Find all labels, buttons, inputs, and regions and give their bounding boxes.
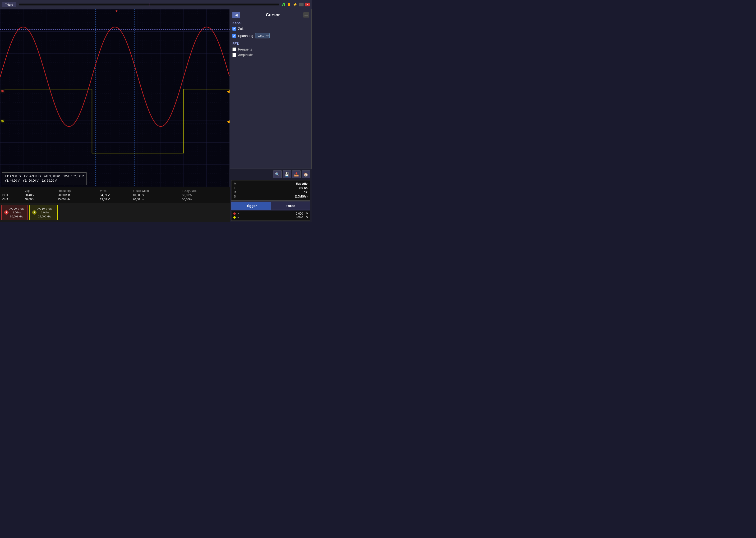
col-freq: Frequency [58, 189, 100, 193]
zeit-checkbox[interactable] [232, 27, 236, 30]
d-val: 1k [304, 190, 307, 194]
trigger-button[interactable]: Trigger [231, 201, 271, 210]
ch1-number: 1 [4, 210, 9, 215]
top-bar: Trig'd A ⏸ ⚡ — ✕ [0, 0, 312, 9]
ch1-info: AC 20 V /div 1.0divs 50,001 kHz [10, 207, 24, 219]
tv-ch1-val: 0,000 mV [296, 212, 308, 215]
home-icon-button[interactable]: 🏠 [302, 170, 310, 178]
ch1-indicator: ① [0, 89, 5, 93]
col-vrms: Vrms [100, 189, 133, 193]
ch2-number: 2 [32, 210, 36, 215]
frequenz-checkbox[interactable] [232, 47, 236, 51]
progress-bar [19, 4, 279, 5]
cursor-dy: ΔY: 99,20 V [42, 179, 57, 182]
cursor-x2: X2: -4,900 us [24, 175, 41, 178]
t-val: 0.0 ns [299, 186, 307, 190]
fft-label: FFT: [232, 42, 309, 45]
export-icon-button[interactable]: 📤 [292, 170, 301, 178]
cursor-title: Cursor [243, 13, 303, 18]
fft-section: FFT: Frequenz Amplitude [232, 42, 309, 57]
m-val: 5us /div [296, 182, 307, 186]
m-row: M 5us /div [234, 182, 307, 186]
scope-area: ▼ ① ② ◀ ◀ X1: 4,900 us X2: -4,900 us ΔX:… [0, 9, 230, 222]
tv-ch2-row: ↗ 400,0 mV [233, 216, 308, 219]
frequenz-label: Frequenz [238, 47, 252, 51]
measurement-bar: Vpp Frequency Vrms +PulseWidth +DutyCycl… [0, 187, 230, 203]
m-key: M [234, 182, 237, 186]
icon-a: A [282, 1, 286, 8]
ch1-freq: 50,00 kHz [58, 193, 100, 197]
trigger-arrow-right: ◀ [227, 89, 230, 94]
lightning-icon: ⚡ [293, 2, 297, 7]
cursor-back-button[interactable]: ◀ [232, 12, 240, 18]
ch2-freq: 25,00 kHz [58, 197, 100, 201]
ch2-dc: 50,00% [182, 197, 227, 201]
control-icons-row: 🔍 💾 📤 🏠 [273, 170, 310, 178]
ch1-row: CH1 98,40 V 50,00 kHz 34,89 V 10,00 us 5… [2, 193, 227, 197]
top-icons: A ⏸ ⚡ — ✕ [282, 1, 310, 8]
s-key: S [234, 195, 236, 198]
measurement-table: Vpp Frequency Vrms +PulseWidth +DutyCycl… [2, 189, 227, 201]
amplitude-checkbox[interactable] [232, 53, 236, 57]
right-panel: ◀ Cursor — Kanal: Zeit Spannung CH1 CH2 … [230, 9, 312, 222]
cursor-minus-button[interactable]: — [303, 12, 309, 18]
ch1-pw: 10,00 us [133, 193, 182, 197]
tv-ch2-val: 400,0 mV [296, 216, 308, 219]
force-button[interactable]: Force [271, 201, 310, 210]
spannung-label: Spannung [238, 34, 253, 38]
ch2-indicator: ② [0, 119, 5, 123]
channel-select[interactable]: CH1 CH2 [255, 33, 270, 38]
d-key: D [234, 190, 236, 194]
zoom-icon-button[interactable]: 🔍 [273, 170, 282, 178]
s-val: (10MS/s) [295, 195, 307, 198]
ch1-vrms: 34,89 V [100, 193, 133, 197]
cursor-y2: Y2: -50,00 V [23, 179, 39, 182]
waveform-canvas [0, 9, 230, 187]
col-dc: +DutyCycle [182, 189, 227, 193]
cursor-inv-dx: 1/ΔX: 102,0 kHz [64, 175, 84, 178]
amplitude-row: Amplitude [232, 53, 309, 57]
minimize-button[interactable]: — [299, 3, 303, 6]
close-button[interactable]: ✕ [305, 3, 310, 6]
ch2-row: CH2 40,00 V 25,00 kHz 19,68 V 20,00 us 5… [2, 197, 227, 201]
bottom-right-controls: 🔍 💾 📤 🏠 M 5us /div T 0.0 ns D 1k [230, 169, 312, 222]
tv-ch2-arrow: ↗ [237, 216, 239, 219]
ch1-label: CH1 [2, 193, 25, 197]
col-pw: +PulseWidth [133, 189, 182, 193]
trigger-values: ↗ 0,000 mV ↗ 400,0 mV [231, 211, 310, 221]
save-icon-button[interactable]: 💾 [283, 170, 291, 178]
t-row: T 0.0 ns [234, 186, 307, 190]
spannung-checkbox[interactable] [232, 34, 236, 38]
ch2-settings-button[interactable]: 2 AC 10 V /div -1.0divs 25,000 kHz [29, 205, 58, 221]
col-vpp: Vpp [25, 189, 58, 193]
tv-ch1-row: ↗ 0,000 mV [233, 212, 308, 215]
cursor-panel: ◀ Cursor — Kanal: Zeit Spannung CH1 CH2 … [230, 9, 312, 169]
cursor-dx: ΔX: 9,800 us [44, 175, 60, 178]
ch2-info: AC 10 V /div -1.0divs 25,000 kHz [37, 207, 52, 219]
spannung-row: Spannung CH1 CH2 [232, 33, 309, 38]
cursor-x1: X1: 4,900 us [5, 175, 21, 178]
time-div-grid: M 5us /div T 0.0 ns D 1k S (10MS/s) [231, 180, 310, 201]
zeit-row: Zeit [232, 27, 309, 30]
ch1-dc: 50,00% [182, 193, 227, 197]
cursor-y1: Y1: 49,20 V [5, 179, 20, 182]
tv-ch1-dot [233, 212, 236, 215]
col-empty [2, 189, 25, 193]
frequenz-row: Frequenz [232, 47, 309, 51]
waveform-container[interactable]: ▼ ① ② ◀ ◀ X1: 4,900 us X2: -4,900 us ΔX:… [0, 9, 230, 187]
trig-badge: Trig'd [2, 2, 16, 7]
trigger-arrow-top: ▼ [115, 9, 118, 13]
zeit-label: Zeit [238, 27, 243, 30]
ch1-settings-button[interactable]: 1 AC 20 V /div 1.0divs 50,001 kHz [1, 205, 27, 221]
tv-ch2-dot [233, 216, 236, 219]
main-area: ▼ ① ② ◀ ◀ X1: 4,900 us X2: -4,900 us ΔX:… [0, 9, 312, 222]
s-row: S (10MS/s) [234, 195, 307, 198]
ch1-vpp: 98,40 V [25, 193, 58, 197]
cursor-info-box: X1: 4,900 us X2: -4,900 us ΔX: 9,800 us … [2, 172, 86, 185]
cursor-header: ◀ Cursor — [232, 12, 309, 18]
trigger-force-row: Trigger Force [231, 201, 310, 210]
kanal-label: Kanal: [232, 21, 309, 25]
t-key: T [234, 186, 236, 190]
ch2-vrms: 19,68 V [100, 197, 133, 201]
ch2-pw: 20,00 us [133, 197, 182, 201]
